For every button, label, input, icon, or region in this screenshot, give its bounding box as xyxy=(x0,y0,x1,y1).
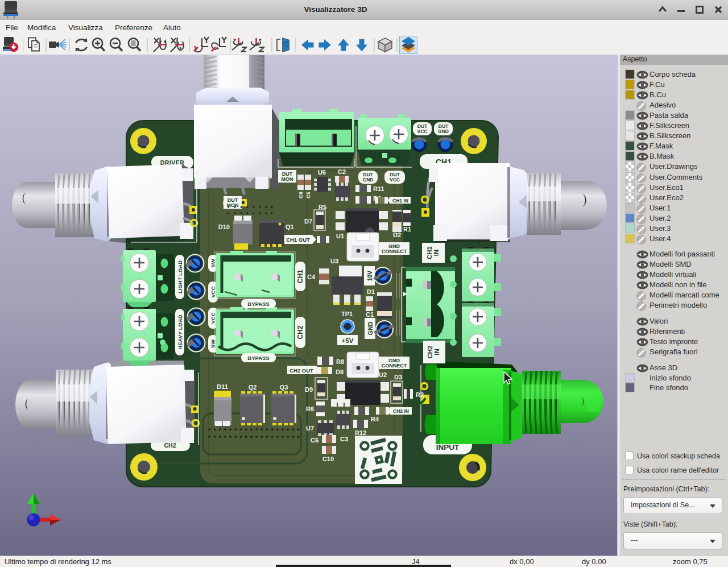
svg-text:BYPASS: BYPASS xyxy=(247,355,269,361)
svg-text:DUT: DUT xyxy=(390,172,400,177)
svg-text:10V: 10V xyxy=(366,271,373,282)
svg-text:R12: R12 xyxy=(355,429,366,436)
svg-text:U3: U3 xyxy=(330,258,338,264)
svg-text:LIGHT LOAD: LIGHT LOAD xyxy=(177,260,183,293)
svg-text:Q2: Q2 xyxy=(249,384,257,391)
svg-text:R11: R11 xyxy=(373,185,384,192)
svg-text:IN: IN xyxy=(433,250,440,256)
svg-text:CH2: CH2 xyxy=(427,345,433,358)
svg-text:GND: GND xyxy=(388,358,400,363)
svg-text:CH1 OUT: CH1 OUT xyxy=(286,237,310,243)
svg-text:R1: R1 xyxy=(403,226,411,233)
svg-text:VCC: VCC xyxy=(210,286,216,297)
svg-text:HEAVY LOAD: HEAVY LOAD xyxy=(177,314,183,350)
svg-text:R5: R5 xyxy=(318,204,326,210)
svg-text:VCC: VCC xyxy=(417,129,428,134)
svg-text:GND: GND xyxy=(367,321,374,335)
svg-text:R4: R4 xyxy=(371,416,379,423)
svg-text:SW: SW xyxy=(210,340,216,348)
svg-text:VCC: VCC xyxy=(210,312,216,324)
svg-text:D1: D1 xyxy=(367,288,375,295)
svg-text:D11: D11 xyxy=(217,383,228,390)
svg-text:SW: SW xyxy=(210,259,216,267)
svg-text:D10: D10 xyxy=(218,224,230,230)
svg-text:TP1: TP1 xyxy=(341,311,353,317)
svg-text:U7: U7 xyxy=(306,425,314,432)
svg-text:D8: D8 xyxy=(336,369,344,375)
svg-text:CH2: CH2 xyxy=(164,442,176,449)
svg-text:C1: C1 xyxy=(366,311,374,318)
svg-text:C9: C9 xyxy=(297,192,304,198)
svg-text:BYPASS: BYPASS xyxy=(247,301,269,307)
svg-text:VCC: VCC xyxy=(390,177,400,183)
svg-text:GND: GND xyxy=(363,177,374,183)
svg-text:C2: C2 xyxy=(338,168,346,175)
svg-text:CH1: CH1 xyxy=(426,246,433,259)
svg-text:CH2 OUT: CH2 OUT xyxy=(289,367,313,374)
svg-text:CONNECT: CONNECT xyxy=(382,249,407,254)
svg-text:D2: D2 xyxy=(393,231,401,238)
svg-text:C4: C4 xyxy=(307,274,316,280)
svg-text:CH2 IN: CH2 IN xyxy=(393,408,409,414)
svg-text:C6: C6 xyxy=(311,437,318,444)
svg-text:DUT: DUT xyxy=(363,172,373,177)
svg-text:Q3: Q3 xyxy=(280,384,288,391)
svg-text:C10: C10 xyxy=(322,456,334,462)
svg-text:CH2: CH2 xyxy=(296,325,304,339)
svg-text:CH1 IN: CH1 IN xyxy=(392,198,408,204)
svg-text:U6: U6 xyxy=(318,169,326,176)
svg-text:Q1: Q1 xyxy=(286,224,294,230)
svg-text:C5: C5 xyxy=(305,191,311,198)
svg-text:DUT: DUT xyxy=(282,171,293,177)
svg-text:DUT: DUT xyxy=(439,123,449,129)
svg-text:GND: GND xyxy=(388,243,400,249)
svg-text:D9: D9 xyxy=(305,386,313,393)
svg-text:CONNECT: CONNECT xyxy=(382,363,407,369)
svg-text:D3: D3 xyxy=(394,374,402,380)
svg-text:+5V: +5V xyxy=(342,337,354,344)
svg-text:D7: D7 xyxy=(304,218,312,225)
svg-text:R8: R8 xyxy=(336,358,344,365)
svg-text:IN: IN xyxy=(433,349,440,355)
svg-text:CH1: CH1 xyxy=(296,270,304,283)
svg-text:MON: MON xyxy=(282,176,293,182)
svg-text:U2: U2 xyxy=(379,371,387,378)
svg-text:INPUT: INPUT xyxy=(436,443,460,452)
svg-text:DUT: DUT xyxy=(417,123,428,129)
svg-text:R6: R6 xyxy=(306,405,314,412)
svg-text:DUT: DUT xyxy=(228,197,238,203)
svg-text:GND: GND xyxy=(438,129,449,134)
svg-text:U1: U1 xyxy=(336,233,344,239)
svg-text:C3: C3 xyxy=(340,436,348,442)
svg-text:R2: R2 xyxy=(416,391,424,398)
